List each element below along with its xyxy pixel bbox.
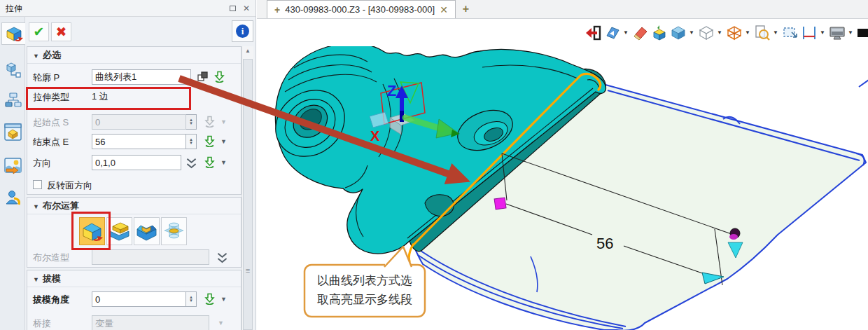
- strip-item-visualize[interactable]: [1, 154, 24, 177]
- boolean-shape-label: 布尔造型: [33, 252, 69, 264]
- strip-extrude-tab[interactable]: [1, 22, 25, 45]
- copy-list-icon[interactable]: [197, 71, 209, 83]
- info-icon: i: [236, 25, 249, 38]
- chevron-down-icon[interactable]: ▼: [717, 29, 724, 36]
- start-point-row: 起始点 S ▲▼ ▼: [27, 114, 241, 131]
- strip-item-history[interactable]: [1, 89, 24, 111]
- section-boolean-header[interactable]: ▼布尔运算: [27, 198, 241, 214]
- zoom-window-icon[interactable]: [782, 25, 799, 41]
- chevron-down-icon[interactable]: ▼: [820, 29, 827, 36]
- chevron-down-icon[interactable]: ▼: [745, 29, 752, 36]
- pick-point-icon-disabled: [204, 116, 216, 128]
- scroll-up-icon[interactable]: ▲: [242, 48, 253, 54]
- dialog-title: 拉伸: [6, 4, 22, 13]
- axes-display-icon[interactable]: [726, 25, 743, 41]
- strip-item-user-role[interactable]: [1, 186, 24, 209]
- draft-spinner[interactable]: ▲▼: [186, 291, 197, 307]
- boolean-base-button[interactable]: [79, 217, 105, 245]
- extrude-type-row: 拉伸类型 1 边 ▼: [27, 89, 241, 106]
- double-chevron-icon[interactable]: [186, 158, 197, 170]
- pick-point-icon[interactable]: [204, 135, 216, 147]
- bridge-label: 桥接: [33, 317, 51, 330]
- shaded-display-icon[interactable]: [670, 25, 687, 41]
- eraser-icon[interactable]: [632, 25, 649, 41]
- direction-label: 方向: [33, 157, 51, 170]
- tab-close-icon[interactable]: ✕: [440, 4, 448, 15]
- boolean-remove-icon: [136, 221, 158, 242]
- section-boolean: ▼布尔运算: [27, 197, 241, 268]
- dimension-text[interactable]: 56: [596, 235, 613, 252]
- exit-icon[interactable]: [585, 25, 602, 41]
- start-drag-handle[interactable]: [494, 198, 506, 209]
- end-spinner[interactable]: ▲▼: [186, 134, 197, 149]
- scene-svg: Z X 56: [257, 46, 868, 330]
- wireframe-display-icon[interactable]: [698, 25, 715, 41]
- dialog-titlebar[interactable]: 拉伸 ✕: [0, 0, 255, 17]
- orient-view-icon[interactable]: [604, 25, 621, 41]
- panel-scrollbar[interactable]: ▲ ≡: [241, 46, 253, 330]
- boolean-add-icon: [108, 221, 130, 242]
- chevron-down-icon[interactable]: ▼: [689, 29, 696, 36]
- double-chevron-icon[interactable]: [216, 252, 228, 264]
- chevron-down-icon[interactable]: ▼: [773, 29, 780, 36]
- pick-angle-icon[interactable]: [204, 293, 216, 305]
- x-axis-label: X: [370, 128, 380, 144]
- boolean-add-button[interactable]: [106, 217, 132, 245]
- extrude-type-combo[interactable]: 1 边: [92, 90, 108, 103]
- chevron-down-icon[interactable]: ▼: [226, 93, 232, 100]
- section-draft-header[interactable]: ▼拔模: [27, 270, 241, 287]
- callout-line2: 取高亮显示多线段: [317, 293, 412, 306]
- z-axis-label: Z: [387, 82, 396, 99]
- scrollbar-grip-icon: ≡: [244, 268, 252, 273]
- flip-face-checkbox[interactable]: [33, 180, 42, 189]
- cube-node-icon: [5, 61, 22, 78]
- profile-row: 轮廓 P: [27, 69, 241, 86]
- viewport-3d[interactable]: Z X 56: [257, 46, 868, 330]
- display-settings-icon[interactable]: [829, 25, 846, 41]
- boolean-remove-button[interactable]: [134, 217, 160, 245]
- chevron-down-icon[interactable]: ▼: [848, 29, 855, 36]
- new-tab-button[interactable]: +: [463, 3, 469, 18]
- measure-distance-icon[interactable]: [801, 25, 818, 41]
- pick-from-list-icon[interactable]: [214, 71, 225, 83]
- restore-icon[interactable]: [230, 6, 236, 11]
- draft-angle-input[interactable]: [92, 291, 186, 307]
- pick-direction-icon[interactable]: [204, 156, 216, 168]
- chevron-down-icon[interactable]: ▼: [623, 29, 630, 36]
- extrude-type-label: 拉伸类型: [33, 91, 69, 104]
- side-icon-strip: [0, 17, 25, 330]
- x-icon: ✖: [56, 24, 67, 40]
- color-swatch-icon[interactable]: [857, 25, 868, 41]
- cancel-button[interactable]: ✖: [51, 22, 71, 41]
- draft-angle-label: 拔模角度: [33, 294, 69, 306]
- solid-box-icon[interactable]: [651, 25, 668, 41]
- zoom-page-icon[interactable]: [754, 25, 771, 41]
- direction-input[interactable]: [92, 155, 181, 170]
- chevron-down-icon: ▼: [220, 118, 227, 125]
- tab-plus-icon: +: [274, 4, 280, 15]
- strip-item-manager[interactable]: [1, 58, 24, 81]
- boolean-buttons: [79, 217, 187, 245]
- end-point-row: 结束点 E ▲▼ ▼: [27, 134, 241, 151]
- user-icon: [5, 189, 22, 206]
- chevron-down-icon: ▼: [218, 319, 224, 326]
- chevron-down-icon[interactable]: ▼: [220, 138, 227, 145]
- profile-input[interactable]: [92, 69, 191, 85]
- strip-item-part-view[interactable]: [1, 121, 24, 143]
- info-button[interactable]: i: [232, 20, 253, 42]
- close-icon[interactable]: ✕: [243, 4, 250, 13]
- collapse-triangle-icon: ▼: [33, 276, 39, 283]
- ok-button[interactable]: ✔: [29, 22, 49, 41]
- chevron-down-icon[interactable]: ▼: [220, 296, 227, 303]
- boolean-intersect-button[interactable]: [161, 217, 187, 245]
- end-point-label: 结束点 E: [33, 136, 69, 149]
- chevron-down-icon[interactable]: ▼: [220, 159, 227, 166]
- section-required-header[interactable]: ▼必选: [27, 47, 241, 64]
- collapse-triangle-icon: ▼: [33, 53, 39, 60]
- scrollbar-thumb[interactable]: ≡: [243, 59, 253, 330]
- document-tab[interactable]: + 430-09983-000.Z3 - [430-09983-000] ✕: [267, 0, 456, 18]
- bridge-combo: 变量: [92, 315, 209, 330]
- document-tabbar: + 430-09983-000.Z3 - [430-09983-000] ✕ +: [257, 0, 868, 19]
- bridge-row: 桥接 变量 ▼: [27, 315, 241, 330]
- end-point-input[interactable]: [92, 134, 186, 149]
